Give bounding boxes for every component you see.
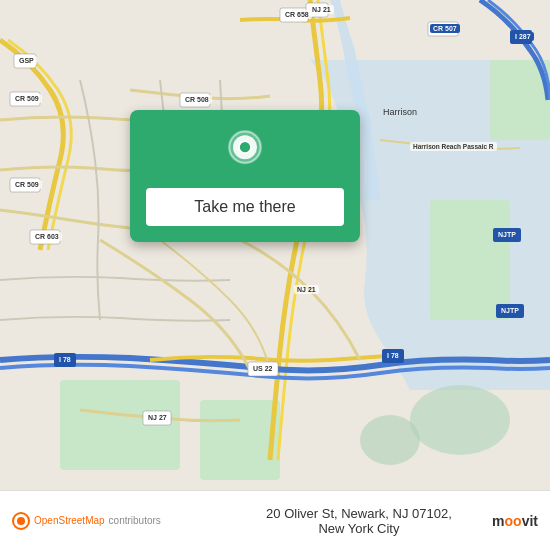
svg-rect-15 [496, 304, 524, 318]
svg-point-5 [410, 385, 510, 455]
svg-rect-12 [10, 178, 40, 192]
location-pin-icon [221, 130, 269, 178]
map-container: CR 658 NJ 21 CR 507 I 287 CR 509 CR 508 … [0, 0, 550, 490]
svg-rect-13 [30, 230, 60, 244]
svg-rect-14 [493, 228, 521, 242]
svg-rect-10 [10, 92, 40, 106]
svg-rect-1 [430, 200, 510, 320]
bottom-bar: OpenStreetMap contributors 20 Oliver St,… [0, 490, 550, 550]
take-me-there-button[interactable]: Take me there [146, 188, 344, 226]
svg-rect-16 [54, 353, 76, 367]
svg-rect-18 [248, 362, 278, 376]
moovit-logo: moovit [492, 513, 538, 529]
address-line1: 20 Oliver St, Newark, NJ 07102, [266, 506, 452, 521]
svg-rect-21 [14, 54, 36, 68]
location-card: Take me there [130, 110, 360, 242]
svg-rect-4 [200, 400, 280, 480]
svg-rect-9 [510, 30, 532, 44]
svg-rect-7 [280, 8, 308, 22]
svg-point-26 [239, 141, 251, 153]
osm-contributors: contributors [109, 515, 234, 526]
map-svg [0, 0, 550, 490]
svg-rect-17 [382, 349, 404, 363]
svg-rect-20 [306, 3, 328, 17]
svg-rect-11 [180, 93, 210, 107]
address-line2: New York City [318, 521, 399, 536]
svg-rect-8 [428, 22, 458, 36]
svg-point-6 [360, 415, 420, 465]
osm-logo [12, 512, 30, 530]
svg-rect-19 [143, 411, 171, 425]
osm-link[interactable]: OpenStreetMap [34, 515, 105, 526]
